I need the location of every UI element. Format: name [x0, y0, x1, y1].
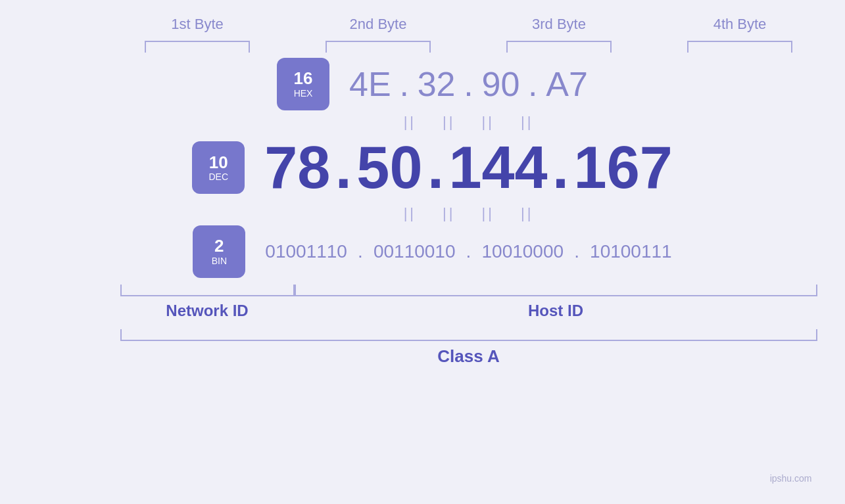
byte4-label: 4th Byte [663, 16, 817, 38]
byte1-label: 1st Byte [120, 16, 275, 38]
dec-badge-number: 10 [209, 153, 228, 172]
hex-badge-label: HEX [294, 88, 313, 99]
bin-dot-2: . [456, 241, 482, 262]
hex-val-2: 32 [418, 64, 456, 104]
equals-1b: || [404, 205, 416, 222]
hex-dot-3: . [519, 64, 546, 104]
bin-val-4: 10100111 [590, 241, 672, 262]
bin-dot-1: . [347, 241, 374, 262]
equals-1a: || [404, 114, 416, 131]
watermark: ipshu.com [770, 473, 812, 484]
equals-4b: || [521, 205, 533, 222]
bin-val-1: 01001110 [265, 241, 347, 262]
dec-badge: 10 DEC [192, 141, 245, 194]
dec-dot-2: . [422, 134, 448, 202]
bin-val-2: 00110010 [374, 241, 456, 262]
network-id-bracket [120, 285, 295, 296]
hex-val-3: 90 [482, 64, 520, 104]
class-bracket [120, 329, 817, 341]
byte3-bracket-top [506, 41, 612, 53]
bin-badge-number: 2 [214, 237, 224, 256]
equals-4a: || [521, 114, 533, 131]
hex-badge: 16 HEX [277, 58, 329, 110]
dec-val-2: 50 [356, 134, 422, 202]
dec-val-3: 144 [448, 134, 547, 202]
host-id-label: Host ID [295, 302, 817, 320]
class-label: Class A [120, 346, 817, 367]
bin-badge-label: BIN [212, 256, 227, 266]
hex-dot-1: . [391, 64, 418, 104]
host-id-bracket [295, 285, 817, 296]
equals-2a: || [443, 114, 455, 131]
hex-val-4: A7 [546, 64, 588, 104]
byte2-bracket-top [326, 41, 431, 53]
byte1-bracket-top [145, 41, 250, 53]
bin-badge: 2 BIN [193, 225, 245, 278]
equals-3b: || [482, 205, 495, 222]
hex-dot-2: . [456, 64, 482, 104]
byte4-bracket-top [687, 41, 792, 53]
dec-badge-label: DEC [208, 172, 228, 182]
dec-dot-1: . [330, 134, 356, 202]
bin-dot-3: . [564, 241, 590, 262]
dec-val-4: 167 [574, 134, 673, 202]
hex-val-1: 4E [349, 64, 391, 104]
equals-3a: || [482, 114, 495, 131]
bin-val-3: 10010000 [482, 241, 564, 262]
hex-badge-number: 16 [294, 69, 313, 88]
byte2-label: 2nd Byte [301, 16, 456, 38]
byte3-label: 3rd Byte [482, 16, 637, 38]
dec-val-1: 78 [264, 134, 330, 202]
dec-dot-3: . [548, 134, 574, 202]
equals-2b: || [443, 205, 455, 222]
network-id-label: Network ID [120, 302, 295, 320]
